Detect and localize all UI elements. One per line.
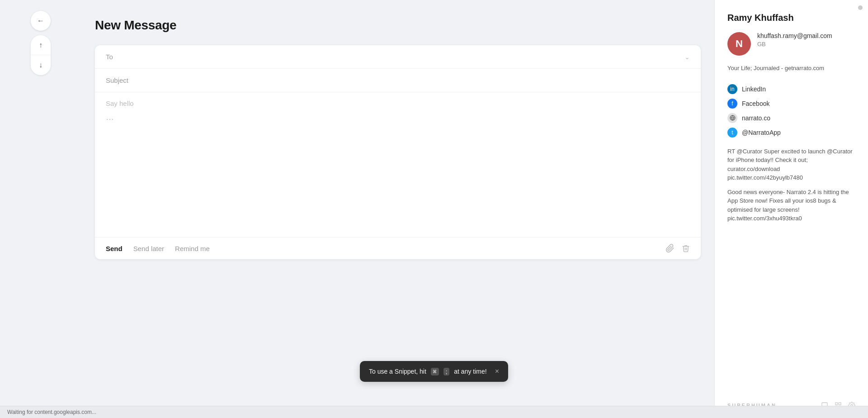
body-placeholder: Say hello [106,100,690,107]
nav-group: ↑ ↓ [31,35,51,75]
facebook-label: Facebook [742,100,769,107]
contact-name: Ramy Khuffash [727,13,855,23]
facebook-icon: f [727,99,737,109]
window-control [858,5,863,10]
compose-body[interactable]: Say hello … [95,92,701,237]
contact-header: N khuffash.ramy@gmail.com GB [727,32,855,56]
trash-icon [682,244,690,252]
to-label: To [106,53,142,61]
footer-icons [665,244,690,253]
contact-location: GB [757,41,832,48]
avatar-letter: N [736,38,743,50]
page-title: New Message [95,18,701,33]
left-sidebar: ← ↑ ↓ [0,0,81,418]
web-icon [727,113,737,123]
tweet-2: Good news everyone- Narrato 2.4 is hitti… [727,188,855,223]
avatar: N [727,32,751,56]
tweet-1: RT @Curator Super excited to launch @Cur… [727,147,855,182]
chevron-down-icon[interactable]: ⌄ [684,53,690,61]
attach-button[interactable] [665,244,675,253]
delete-button[interactable] [682,244,690,252]
toast-close-button[interactable]: × [495,367,499,375]
linkedin-link[interactable]: in LinkedIn [727,82,855,96]
compose-card: To ⌄ Subject Say hello … Send Send later… [95,45,701,259]
website-link[interactable]: narrato.co [727,111,855,125]
cmd-key: ⌘ [431,368,439,375]
remind-me-button[interactable]: Remind me [175,245,210,252]
svg-rect-2 [835,403,838,405]
subject-field-row: Subject [95,69,701,92]
semicolon-key: ; [443,368,450,375]
twitter-link[interactable]: t @NarratoApp [727,125,855,140]
body-ellipsis: … [106,113,690,122]
social-links: in LinkedIn f Facebook narrato.co t @Nar… [727,82,855,140]
to-input[interactable] [142,53,684,61]
send-button[interactable]: Send [106,245,123,252]
down-icon: ↓ [39,61,42,69]
toast-text-before: To use a Snippet, hit [369,368,426,375]
subject-label: Subject [106,76,142,84]
main-content: New Message To ⌄ Subject Say hello … Sen… [81,0,714,418]
back-button[interactable]: ← [31,11,51,31]
linkedin-icon: in [727,84,737,94]
send-later-button[interactable]: Send later [133,245,164,252]
status-bar: Waiting for content.googleapis.com... [0,406,868,418]
down-button[interactable]: ↓ [31,55,51,75]
right-sidebar: Ramy Khuffash N khuffash.ramy@gmail.com … [714,0,868,418]
status-text: Waiting for content.googleapis.com... [7,409,96,415]
paperclip-icon [665,244,675,253]
toast-notification: To use a Snippet, hit ⌘ ; at any time! × [360,361,508,382]
to-field-row: To ⌄ [95,45,701,69]
toast-text-after: at any time! [454,368,486,375]
twitter-label: @NarratoApp [742,129,781,136]
subject-input[interactable] [142,76,690,84]
contact-email: khuffash.ramy@gmail.com [757,32,832,39]
contact-info: khuffash.ramy@gmail.com GB [757,32,832,48]
back-icon: ← [37,17,44,25]
up-button[interactable]: ↑ [31,35,51,55]
linkedin-label: LinkedIn [742,86,766,93]
facebook-link[interactable]: f Facebook [727,96,855,111]
up-icon: ↑ [39,41,42,49]
svg-rect-3 [839,403,841,405]
tweet-section: RT @Curator Super excited to launch @Cur… [727,147,855,228]
compose-footer: Send Send later Remind me [95,237,701,259]
website-label: narrato.co [742,114,770,122]
contact-website: Your Life; Journaled - getnarrato.com [727,64,855,73]
twitter-icon: t [727,128,737,138]
